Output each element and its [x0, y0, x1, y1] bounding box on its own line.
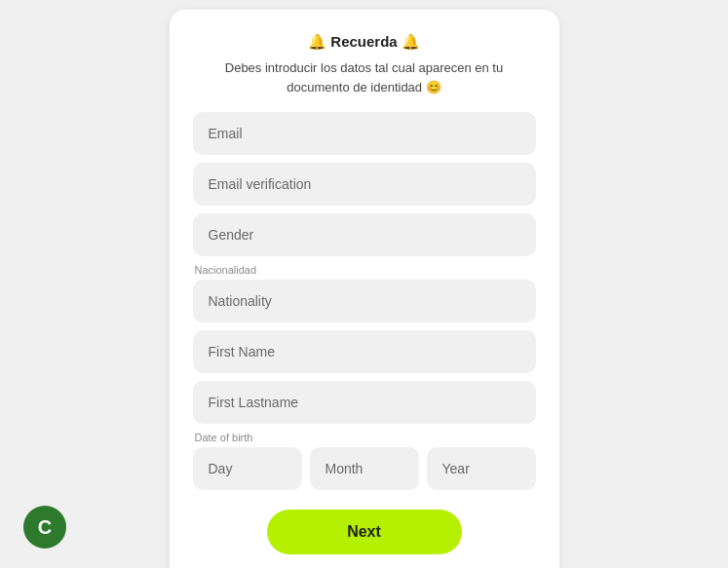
page-container: 🔔 Recuerda 🔔 Debes introducir los datos … — [0, 0, 728, 568]
month-input[interactable] — [310, 447, 419, 490]
first-name-input[interactable] — [193, 330, 536, 373]
remember-title: 🔔 Recuerda 🔔 — [193, 33, 536, 51]
next-button[interactable]: Next — [267, 510, 462, 554]
email-verification-input[interactable] — [193, 163, 536, 206]
date-row — [193, 447, 536, 490]
form-fields: Nacionalidad Date of birth — [193, 112, 536, 490]
remember-label: Recuerda — [330, 33, 397, 50]
email-input[interactable] — [193, 112, 536, 155]
date-of-birth-label: Date of birth — [193, 432, 536, 443]
bottom-logo: C — [23, 506, 66, 549]
nationality-label: Nacionalidad — [193, 264, 536, 276]
email-field-group — [193, 112, 536, 155]
gender-field-group — [193, 213, 536, 256]
first-lastname-input[interactable] — [193, 381, 536, 424]
year-input[interactable] — [427, 447, 536, 490]
first-name-field-group — [193, 330, 536, 373]
email-verification-field-group — [193, 163, 536, 206]
nationality-input[interactable] — [193, 280, 536, 322]
day-input[interactable] — [193, 447, 302, 490]
form-header: 🔔 Recuerda 🔔 Debes introducir los datos … — [193, 33, 536, 96]
first-lastname-field-group — [193, 381, 536, 424]
form-card: 🔔 Recuerda 🔔 Debes introducir los datos … — [170, 10, 559, 568]
nationality-field-group: Nacionalidad — [193, 264, 536, 322]
svg-text:C: C — [38, 516, 52, 538]
gender-input[interactable] — [193, 213, 536, 256]
subtitle-text: Debes introducir los datos tal cual apar… — [193, 58, 536, 96]
date-of-birth-field-group: Date of birth — [193, 432, 536, 490]
